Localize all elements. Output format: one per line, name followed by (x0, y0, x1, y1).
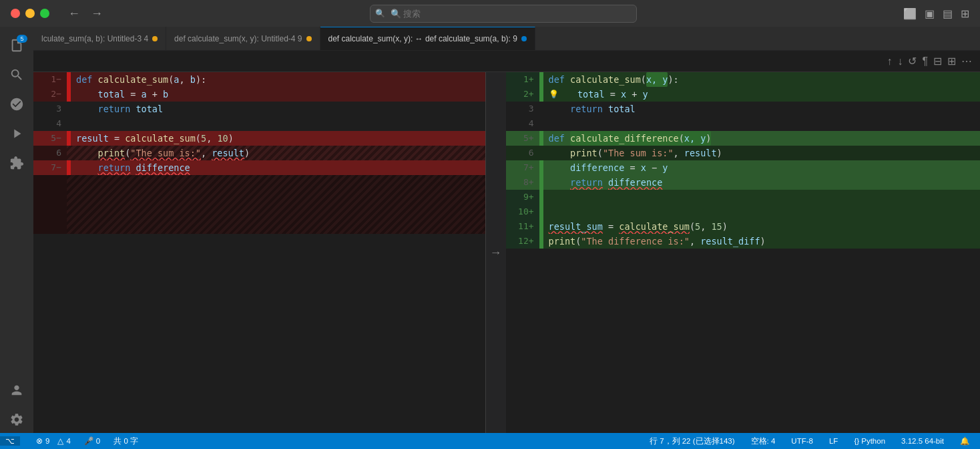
position-status[interactable]: 行 7，列 22 (已选择143) (647, 433, 738, 449)
line-ending-status[interactable]: LF (826, 433, 840, 449)
left-ln-extra (33, 175, 67, 234)
titlebar-left: ← → (11, 7, 103, 21)
tab-3-dot (521, 36, 527, 41)
chars-status[interactable]: 共 0 字 (111, 433, 141, 449)
activity-extensions[interactable] (3, 150, 30, 176)
right-editor-pane: 1+ def calculate_sum(x, y): 2+ 💡 total =… (506, 72, 980, 433)
right-line-6: 6 print("The sum is:", result) (506, 146, 980, 160)
version-status[interactable]: 3.12.5 64-bit (899, 433, 947, 449)
activity-account[interactable] (3, 377, 30, 404)
left-ln-5: 5− (33, 131, 67, 146)
tab-1-dot (152, 36, 158, 41)
left-line-1: 1− def calculate_sum(a, b): (33, 72, 485, 87)
traffic-light-close[interactable] (11, 9, 20, 18)
left-content-1: def calculate_sum(a, b): (71, 72, 485, 87)
left-content-extra (71, 175, 485, 234)
right-content-5: def calculate_difference(x, y) (543, 131, 980, 146)
activity-search[interactable] (3, 61, 30, 88)
right-ln-2: 2+ (506, 87, 539, 102)
right-content-3: return total (543, 102, 980, 116)
right-content-6: print("The sum is:", result) (543, 146, 980, 160)
titlebar-nav: ← → (68, 7, 103, 21)
warning-count: 4 (66, 437, 70, 445)
toolbar-more-icon[interactable]: ⋯ (961, 55, 972, 67)
activity-git[interactable] (3, 91, 30, 118)
spaces-status[interactable]: 空格: 4 (748, 433, 778, 449)
right-ln-3: 3 (506, 102, 539, 116)
right-content-9 (543, 190, 980, 204)
toolbar-paragraph-icon[interactable]: ¶ (922, 55, 928, 67)
nav-forward-icon[interactable]: → (91, 7, 103, 21)
tab-2-dot (306, 36, 312, 41)
left-line-7: 7− return difference (33, 160, 485, 175)
tab-2[interactable]: def calculate_sum(x, y): Untitled-4 9 (166, 27, 320, 50)
bell-status[interactable]: 🔔 (957, 433, 972, 449)
toolbar-collapse-icon[interactable]: ⊞ (947, 55, 956, 67)
left-content-2: total = a + b (71, 87, 485, 102)
traffic-light-minimize[interactable] (25, 9, 35, 18)
spaces-label: 空格: 4 (751, 436, 776, 446)
language-status[interactable]: {} Python (851, 433, 888, 449)
activity-explorer[interactable]: 5 (3, 32, 30, 59)
toolbar-swap-icon[interactable]: ↺ (908, 55, 917, 67)
main-layout: 5 (0, 27, 980, 433)
nav-back-icon[interactable]: ← (68, 7, 80, 21)
tab-1[interactable]: lculate_sum(a, b): Untitled-3 4 (33, 27, 166, 50)
activity-settings[interactable] (3, 406, 30, 433)
bulb-icon: 💡 (549, 87, 559, 102)
left-line-2: 2− total = a + b (33, 87, 485, 102)
titlebar-search: 🔍 (370, 5, 637, 23)
right-line-12: 12+ print("The difference is:", result_d… (506, 234, 980, 249)
right-line-1: 1+ def calculate_sum(x, y): (506, 72, 980, 87)
version-label: 3.12.5 64-bit (901, 437, 944, 445)
right-line-7: 7+ difference = x − y (506, 160, 980, 175)
right-line-5: 5+ def calculate_difference(x, y) (506, 131, 980, 146)
status-left: ⌥ ⊗ 9 △ 4 🎤 0 共 0 字 (8, 433, 141, 449)
editor-area: lculate_sum(a, b): Untitled-3 4 def calc… (33, 27, 980, 433)
right-code-content[interactable]: 1+ def calculate_sum(x, y): 2+ 💡 total =… (506, 72, 980, 433)
warning-icon: △ (57, 436, 63, 446)
layout-icon-4[interactable]: ⊞ (961, 7, 969, 20)
right-content-12: print("The difference is:", result_diff) (543, 234, 980, 249)
right-content-7: difference = x − y (543, 160, 980, 175)
left-code-content[interactable]: 1− def calculate_sum(a, b): 2− total = a… (33, 72, 485, 433)
layout-icon-1[interactable]: ⬜ (903, 7, 917, 20)
right-content-4 (543, 116, 980, 131)
layout-icon-3[interactable]: ▤ (943, 7, 953, 20)
toolbar-up-icon[interactable]: ↑ (887, 55, 892, 67)
toolbar-expand-icon[interactable]: ⊟ (933, 55, 942, 67)
activity-run[interactable] (3, 120, 30, 147)
explorer-badge: 5 (17, 35, 27, 43)
right-ln-12: 12+ (506, 234, 539, 249)
bell-icon: 🔔 (960, 436, 969, 446)
encoding-label: UTF-8 (791, 437, 813, 445)
left-content-4 (71, 116, 485, 131)
right-ln-7: 7+ (506, 160, 539, 175)
microphone-status[interactable]: 🎤 0 (81, 433, 103, 449)
position-label: 行 7，列 22 (已选择143) (650, 436, 735, 446)
right-ln-9: 9+ (506, 190, 539, 204)
encoding-status[interactable]: UTF-8 (788, 433, 816, 449)
language-label: {} Python (854, 437, 885, 445)
right-line-2: 2+ 💡 total = x + y (506, 87, 980, 102)
traffic-light-maximize[interactable] (40, 9, 49, 18)
left-content-5: result = calculate_sum(5, 10) (71, 131, 485, 146)
left-line-4: 4 (33, 116, 485, 131)
tabs-bar: lculate_sum(a, b): Untitled-3 4 def calc… (33, 27, 980, 51)
search-input[interactable] (370, 5, 637, 23)
toolbar-down-icon[interactable]: ↓ (897, 55, 903, 67)
line-ending-label: LF (829, 437, 838, 445)
right-line-4: 4 (506, 116, 980, 131)
left-line-5: 5− result = calculate_sum(5, 10) (33, 131, 485, 146)
left-ln-7: 7− (33, 160, 67, 175)
right-line-8: 8+ return difference (506, 175, 980, 190)
right-content-8: return difference (543, 175, 980, 190)
remote-indicator[interactable]: ⌥ (0, 436, 20, 446)
left-hatch-extra (33, 175, 485, 234)
mic-count: 0 (96, 437, 100, 445)
errors-status[interactable]: ⊗ 9 △ 4 (33, 433, 73, 449)
left-content-6: print("The sum is:", result) (71, 146, 485, 160)
right-content-10 (543, 204, 980, 219)
layout-icon-2[interactable]: ▣ (925, 7, 935, 20)
tab-3-active[interactable]: def calculate_sum(x, y): ↔ def calculate… (320, 27, 535, 50)
